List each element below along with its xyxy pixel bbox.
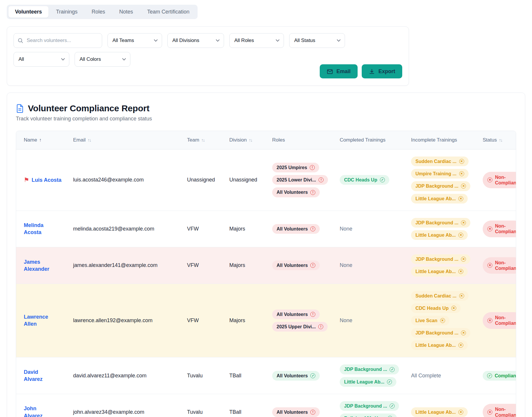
badge-label: CDC Heads Up (344, 177, 377, 183)
search-icon (18, 38, 23, 43)
filter-dropdown-all-divisions[interactable]: All Divisions (167, 33, 224, 48)
cell-incomplete-trainings: All Complete (406, 357, 478, 394)
training-badge: Little League Ab...✕ (411, 230, 468, 240)
role-badge-list: All Volunteers! (272, 407, 330, 417)
page-subtitle: Track volunteer training completion and … (16, 116, 516, 122)
filter-dropdown-all-status[interactable]: All Status (289, 33, 345, 48)
column-header-email[interactable]: Email↑↓ (68, 131, 182, 149)
badge-label: JDP Background ... (415, 183, 458, 189)
export-button[interactable]: Export (362, 64, 402, 78)
check-circle-icon: ✓ (380, 177, 385, 182)
status-label: Non-Compliant (495, 260, 516, 271)
volunteer-name-link[interactable]: David Alvarez (24, 369, 54, 383)
x-circle-icon: ✕ (458, 196, 463, 201)
filter-dropdown-label: All Teams (112, 38, 134, 43)
badge-label: Bullying 101: Un... (344, 416, 385, 417)
training-badge: CDC Heads Up✓ (340, 175, 389, 185)
column-header-name[interactable]: Name↑ (16, 131, 68, 149)
training-badge: CDC Heads Up✕ (411, 303, 461, 313)
badge-label: CDC Heads Up (415, 305, 449, 311)
badge-label: All Volunteers (277, 189, 308, 195)
x-circle-icon: ✕ (461, 330, 466, 335)
cell-name: Melinda Acosta (16, 211, 68, 247)
filter-dropdown-all-colors[interactable]: All Colors (75, 52, 130, 67)
role-badge-list: All Volunteers!2025 Upper Divi...! (272, 310, 330, 332)
training-badge: JDP Background ...✕ (411, 218, 470, 228)
table-row: James Alexanderjames.alexander141@exampl… (16, 247, 516, 284)
download-icon (369, 68, 375, 75)
volunteer-name-link[interactable]: John Alvarez (24, 405, 54, 417)
cell-email: lawrence.allen192@example.com (68, 284, 182, 357)
tab-notes[interactable]: Notes (113, 6, 139, 18)
badge-label: 2025 Lower Divi... (277, 177, 316, 183)
cell-completed-trainings: CDC Heads Up✓ (335, 149, 406, 211)
badge-label: JDP Background ... (415, 220, 458, 226)
cell-name: James Alexander (16, 247, 68, 284)
volunteer-name-link[interactable]: James Alexander (24, 258, 54, 273)
volunteer-name-link[interactable]: Luis Acosta (32, 176, 61, 184)
badge-label: Sudden Cardiac ... (415, 293, 457, 299)
x-circle-icon: ✕ (458, 269, 463, 274)
volunteer-name-link[interactable]: Lawrence Allen (24, 313, 54, 328)
volunteer-name-link[interactable]: Melinda Acosta (24, 222, 54, 236)
filter-dropdown-all-teams[interactable]: All Teams (107, 33, 162, 48)
cell-completed-trainings: JDP Background ...✓Little League Ab...✓ (335, 357, 406, 394)
role-badge: 2025 Lower Divi...! (272, 175, 328, 185)
role-badge: All Volunteers✓ (272, 371, 320, 381)
column-header-division[interactable]: Division↑↓ (225, 131, 267, 149)
alert-circle-icon: ! (319, 177, 324, 182)
status-badge: ✕Non-Compliant (483, 172, 516, 188)
column-header-status[interactable]: Status↑↓ (478, 131, 516, 149)
tab-volunteers[interactable]: Volunteers (9, 6, 48, 18)
cell-division: Unassigned (225, 149, 267, 211)
filter-row-1: All TeamsAll DivisionsAll RolesAll Statu… (14, 33, 345, 48)
training-summary-text: None (340, 226, 352, 232)
role-badge: All Volunteers! (272, 224, 320, 234)
role-badge: All Volunteers! (272, 310, 320, 319)
chevron-down-icon (337, 38, 341, 42)
cell-status: ✕Non-Compliant (478, 247, 516, 284)
tab-roles[interactable]: Roles (85, 6, 112, 18)
x-circle-icon: ✕ (487, 177, 492, 182)
table-row: Lawrence Allenlawrence.allen192@example.… (16, 284, 516, 357)
cell-team: Tuvalu (182, 357, 225, 394)
name-wrap: David Alvarez (24, 369, 64, 383)
cell-division: Majors (225, 211, 267, 247)
cell-completed-trainings: None (335, 211, 406, 247)
search-input[interactable] (14, 33, 102, 48)
cell-status: ✕Non-Compliant (478, 394, 516, 417)
filter-row-2: AllAll Colors (14, 52, 130, 67)
tab-team-certification[interactable]: Team Certification (141, 6, 196, 18)
filter-dropdown-all-roles[interactable]: All Roles (229, 33, 284, 48)
cell-team: VFW (182, 211, 225, 247)
badge-label: JDP Background ... (344, 366, 387, 372)
filter-dropdown-label: All Divisions (172, 38, 199, 43)
training-badge: JDP Background ...✕ (411, 181, 470, 191)
role-badge: 2025 Upper Divi...! (272, 322, 328, 332)
check-circle-icon: ✓ (390, 367, 395, 372)
status-label: Non-Compliant (495, 315, 516, 326)
tab-trainings[interactable]: Trainings (50, 6, 84, 18)
flag-icon: ⚑ (24, 177, 29, 183)
column-header-team[interactable]: Team↑↓ (182, 131, 225, 149)
x-circle-icon: ✕ (487, 263, 492, 268)
alert-circle-icon: ! (310, 226, 315, 231)
cell-name: ⚑Luis Acosta (16, 149, 68, 211)
cell-email: melinda.acosta219@example.com (68, 211, 182, 247)
check-circle-icon: ✓ (387, 379, 392, 384)
cell-completed-trainings: JDP Background ...✓Bullying 101: Un...✓ (335, 394, 406, 417)
email-button[interactable]: Email (320, 64, 358, 78)
cell-completed-trainings: None (335, 284, 406, 357)
filter-dropdown-all[interactable]: All (14, 52, 69, 67)
cell-name: Lawrence Allen (16, 284, 68, 357)
training-badge: Umpire Training ...✕ (411, 169, 469, 179)
role-badge: All Volunteers! (272, 187, 320, 197)
chevron-down-icon (276, 38, 280, 42)
tab-bar: VolunteersTrainingsRolesNotesTeam Certif… (7, 5, 198, 19)
cell-team: Tuvalu (182, 394, 225, 417)
badge-label: JDP Background ... (415, 256, 458, 262)
cell-status: ✕Non-Compliant (478, 211, 516, 247)
x-circle-icon: ✕ (459, 159, 464, 164)
training-badge: JDP Background ...✓ (340, 364, 399, 374)
cell-name: David Alvarez (16, 357, 68, 394)
